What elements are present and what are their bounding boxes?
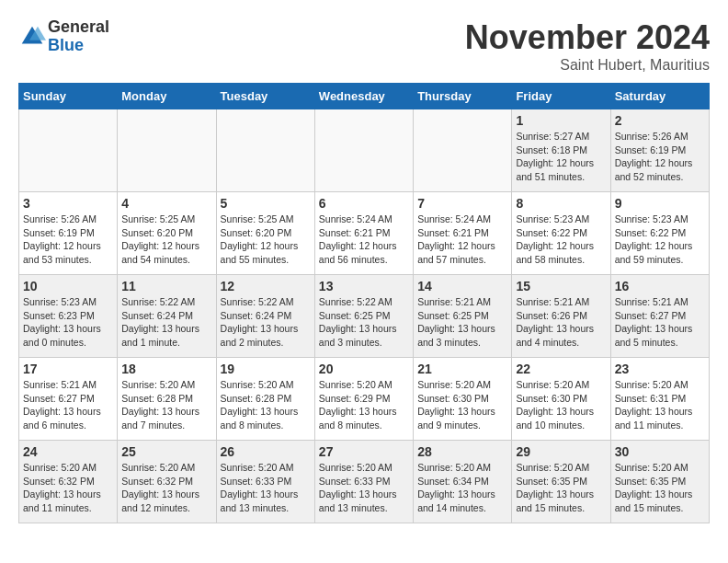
calendar-cell: 4Sunrise: 5:25 AM Sunset: 6:20 PM Daylig… [118, 192, 216, 275]
day-info: Sunrise: 5:24 AM Sunset: 6:21 PM Dayligh… [417, 213, 507, 267]
day-info: Sunrise: 5:24 AM Sunset: 6:21 PM Dayligh… [319, 213, 409, 267]
calendar-table: SundayMondayTuesdayWednesdayThursdayFrid… [18, 83, 710, 523]
calendar-week-row: 17Sunrise: 5:21 AM Sunset: 6:27 PM Dayli… [19, 358, 710, 441]
day-number: 20 [319, 362, 409, 376]
calendar-cell: 9Sunrise: 5:23 AM Sunset: 6:22 PM Daylig… [610, 192, 709, 275]
day-number: 11 [121, 279, 211, 293]
day-number: 15 [516, 279, 606, 293]
day-number: 19 [221, 362, 311, 376]
weekday-header: Thursday [414, 84, 512, 109]
logo-general: General [48, 18, 109, 37]
calendar-cell: 15Sunrise: 5:21 AM Sunset: 6:26 PM Dayli… [512, 275, 610, 358]
calendar-cell: 1Sunrise: 5:27 AM Sunset: 6:18 PM Daylig… [512, 109, 610, 192]
day-info: Sunrise: 5:22 AM Sunset: 6:25 PM Dayligh… [319, 295, 409, 350]
calendar-cell: 22Sunrise: 5:20 AM Sunset: 6:30 PM Dayli… [512, 358, 610, 441]
month-title: November 2024 [465, 18, 710, 57]
day-info: Sunrise: 5:20 AM Sunset: 6:31 PM Dayligh… [615, 378, 705, 432]
calendar-cell: 26Sunrise: 5:20 AM Sunset: 6:33 PM Dayli… [216, 441, 314, 523]
weekday-header: Monday [118, 84, 216, 109]
calendar-cell [19, 109, 118, 192]
page-header: General Blue November 2024 Saint Hubert,… [18, 18, 710, 74]
day-info: Sunrise: 5:23 AM Sunset: 6:23 PM Dayligh… [23, 295, 113, 350]
day-number: 5 [221, 196, 311, 211]
calendar-cell: 11Sunrise: 5:22 AM Sunset: 6:24 PM Dayli… [118, 275, 216, 358]
logo: General Blue [18, 18, 109, 55]
calendar-cell: 10Sunrise: 5:23 AM Sunset: 6:23 PM Dayli… [19, 275, 118, 358]
calendar-cell: 17Sunrise: 5:21 AM Sunset: 6:27 PM Dayli… [19, 358, 118, 441]
calendar-cell: 2Sunrise: 5:26 AM Sunset: 6:19 PM Daylig… [610, 109, 709, 192]
calendar-cell: 16Sunrise: 5:21 AM Sunset: 6:27 PM Dayli… [610, 275, 709, 358]
day-info: Sunrise: 5:20 AM Sunset: 6:30 PM Dayligh… [516, 378, 606, 432]
day-number: 12 [221, 279, 311, 293]
day-info: Sunrise: 5:20 AM Sunset: 6:34 PM Dayligh… [417, 461, 507, 515]
calendar-cell: 5Sunrise: 5:25 AM Sunset: 6:20 PM Daylig… [216, 192, 314, 275]
day-info: Sunrise: 5:25 AM Sunset: 6:20 PM Dayligh… [221, 213, 311, 267]
calendar-cell: 27Sunrise: 5:20 AM Sunset: 6:33 PM Dayli… [314, 441, 413, 523]
calendar-cell [118, 109, 216, 192]
day-number: 22 [516, 362, 606, 376]
logo-blue: Blue [48, 37, 109, 55]
logo-icon [18, 23, 46, 51]
day-info: Sunrise: 5:21 AM Sunset: 6:25 PM Dayligh… [417, 295, 507, 350]
calendar-cell: 13Sunrise: 5:22 AM Sunset: 6:25 PM Dayli… [314, 275, 413, 358]
day-info: Sunrise: 5:26 AM Sunset: 6:19 PM Dayligh… [615, 130, 705, 184]
calendar-cell: 25Sunrise: 5:20 AM Sunset: 6:32 PM Dayli… [118, 441, 216, 523]
calendar-cell: 20Sunrise: 5:20 AM Sunset: 6:29 PM Dayli… [314, 358, 413, 441]
calendar-week-row: 1Sunrise: 5:27 AM Sunset: 6:18 PM Daylig… [19, 109, 710, 192]
day-info: Sunrise: 5:20 AM Sunset: 6:35 PM Dayligh… [516, 461, 606, 515]
day-number: 4 [121, 196, 211, 211]
day-number: 18 [121, 362, 211, 376]
day-number: 3 [23, 196, 113, 211]
calendar-cell: 6Sunrise: 5:24 AM Sunset: 6:21 PM Daylig… [314, 192, 413, 275]
day-number: 17 [23, 362, 113, 376]
calendar-week-row: 3Sunrise: 5:26 AM Sunset: 6:19 PM Daylig… [19, 192, 710, 275]
calendar-cell: 8Sunrise: 5:23 AM Sunset: 6:22 PM Daylig… [512, 192, 610, 275]
day-info: Sunrise: 5:20 AM Sunset: 6:30 PM Dayligh… [417, 378, 507, 432]
day-number: 13 [319, 279, 409, 293]
calendar-cell: 12Sunrise: 5:22 AM Sunset: 6:24 PM Dayli… [216, 275, 314, 358]
day-info: Sunrise: 5:20 AM Sunset: 6:33 PM Dayligh… [221, 461, 311, 515]
weekday-header: Tuesday [216, 84, 314, 109]
calendar-cell: 14Sunrise: 5:21 AM Sunset: 6:25 PM Dayli… [414, 275, 512, 358]
title-section: November 2024 Saint Hubert, Mauritius [465, 18, 710, 74]
calendar-cell [216, 109, 314, 192]
calendar-cell: 21Sunrise: 5:20 AM Sunset: 6:30 PM Dayli… [414, 358, 512, 441]
day-info: Sunrise: 5:20 AM Sunset: 6:35 PM Dayligh… [615, 461, 705, 515]
day-number: 16 [615, 279, 705, 293]
day-number: 8 [516, 196, 606, 211]
day-number: 29 [516, 444, 606, 459]
location-subtitle: Saint Hubert, Mauritius [465, 57, 710, 74]
day-number: 23 [615, 362, 705, 376]
weekday-header-row: SundayMondayTuesdayWednesdayThursdayFrid… [19, 84, 710, 109]
calendar-cell: 29Sunrise: 5:20 AM Sunset: 6:35 PM Dayli… [512, 441, 610, 523]
day-info: Sunrise: 5:22 AM Sunset: 6:24 PM Dayligh… [121, 295, 211, 350]
day-info: Sunrise: 5:26 AM Sunset: 6:19 PM Dayligh… [23, 213, 113, 267]
weekday-header: Wednesday [314, 84, 413, 109]
calendar-week-row: 24Sunrise: 5:20 AM Sunset: 6:32 PM Dayli… [19, 441, 710, 523]
day-info: Sunrise: 5:20 AM Sunset: 6:28 PM Dayligh… [221, 378, 311, 432]
day-number: 25 [121, 444, 211, 459]
calendar-cell [414, 109, 512, 192]
weekday-header: Friday [512, 84, 610, 109]
calendar-cell: 3Sunrise: 5:26 AM Sunset: 6:19 PM Daylig… [19, 192, 118, 275]
day-number: 27 [319, 444, 409, 459]
calendar-week-row: 10Sunrise: 5:23 AM Sunset: 6:23 PM Dayli… [19, 275, 710, 358]
calendar-cell [314, 109, 413, 192]
calendar-cell: 19Sunrise: 5:20 AM Sunset: 6:28 PM Dayli… [216, 358, 314, 441]
day-number: 28 [417, 444, 507, 459]
day-number: 24 [23, 444, 113, 459]
day-info: Sunrise: 5:20 AM Sunset: 6:29 PM Dayligh… [319, 378, 409, 432]
day-info: Sunrise: 5:20 AM Sunset: 6:28 PM Dayligh… [121, 378, 211, 432]
day-info: Sunrise: 5:20 AM Sunset: 6:33 PM Dayligh… [319, 461, 409, 515]
calendar-cell: 30Sunrise: 5:20 AM Sunset: 6:35 PM Dayli… [610, 441, 709, 523]
day-info: Sunrise: 5:21 AM Sunset: 6:26 PM Dayligh… [516, 295, 606, 350]
weekday-header: Saturday [610, 84, 709, 109]
calendar-cell: 18Sunrise: 5:20 AM Sunset: 6:28 PM Dayli… [118, 358, 216, 441]
day-number: 9 [615, 196, 705, 211]
calendar-cell: 23Sunrise: 5:20 AM Sunset: 6:31 PM Dayli… [610, 358, 709, 441]
day-number: 21 [417, 362, 507, 376]
calendar-cell: 24Sunrise: 5:20 AM Sunset: 6:32 PM Dayli… [19, 441, 118, 523]
day-info: Sunrise: 5:22 AM Sunset: 6:24 PM Dayligh… [221, 295, 311, 350]
day-number: 1 [516, 113, 606, 128]
day-info: Sunrise: 5:25 AM Sunset: 6:20 PM Dayligh… [121, 213, 211, 267]
